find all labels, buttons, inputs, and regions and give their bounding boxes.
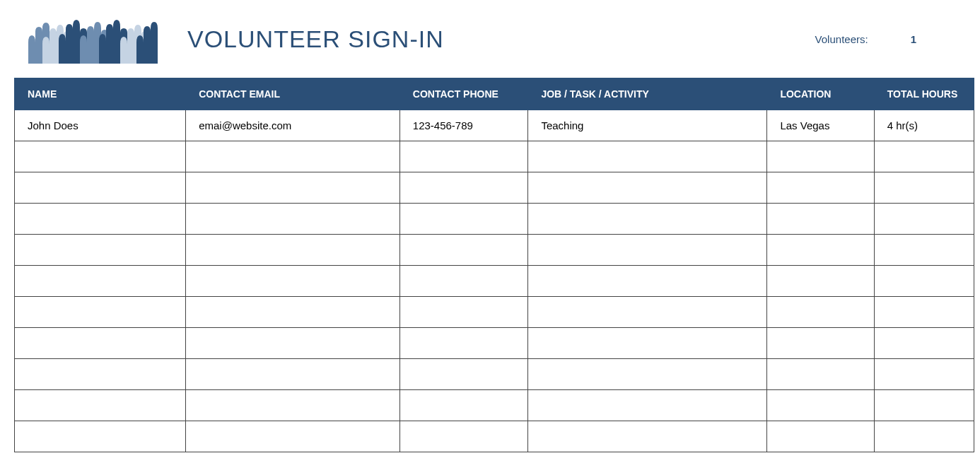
header-left: VOLUNTEER SIGN-IN — [25, 14, 444, 64]
cell-email[interactable] — [186, 359, 400, 390]
table-body: John Doesemai@website.com123-456-789Teac… — [15, 110, 974, 452]
cell-email[interactable] — [186, 141, 400, 172]
cell-phone[interactable] — [399, 266, 528, 297]
cell-location[interactable] — [767, 359, 874, 390]
cell-phone[interactable] — [399, 204, 528, 235]
cell-email[interactable] — [186, 204, 400, 235]
col-header-name: NAME — [15, 78, 186, 110]
table-row — [15, 390, 974, 421]
cell-name[interactable] — [15, 172, 186, 204]
cell-phone[interactable] — [399, 359, 528, 390]
cell-location[interactable] — [767, 235, 874, 266]
signin-table: NAME CONTACT EMAIL CONTACT PHONE JOB / T… — [14, 78, 974, 452]
cell-phone[interactable] — [399, 141, 528, 172]
cell-email[interactable]: emai@website.com — [186, 110, 400, 141]
cell-location[interactable] — [767, 266, 874, 297]
col-header-location: LOCATION — [767, 78, 874, 110]
table-row — [15, 297, 974, 328]
cell-name[interactable] — [15, 390, 186, 421]
cell-email[interactable] — [186, 328, 400, 359]
cell-name[interactable]: John Does — [15, 110, 186, 141]
cell-phone[interactable] — [399, 235, 528, 266]
cell-location[interactable] — [767, 421, 874, 452]
cell-phone[interactable] — [399, 297, 528, 328]
cell-name[interactable] — [15, 328, 186, 359]
cell-location[interactable] — [767, 141, 874, 172]
table-row — [15, 421, 974, 452]
table-row — [15, 328, 974, 359]
summary-value: 1 — [911, 33, 916, 45]
cell-email[interactable] — [186, 297, 400, 328]
col-header-hours: TOTAL HOURS — [874, 78, 974, 110]
table-row — [15, 266, 974, 297]
col-header-email: CONTACT EMAIL — [186, 78, 400, 110]
cell-hours[interactable] — [874, 235, 974, 266]
cell-hours[interactable] — [874, 421, 974, 452]
cell-name[interactable] — [15, 204, 186, 235]
cell-name[interactable] — [15, 141, 186, 172]
cell-email[interactable] — [186, 390, 400, 421]
table-row — [15, 235, 974, 266]
summary-label: Volunteers: — [815, 33, 868, 45]
cell-hours[interactable] — [874, 390, 974, 421]
col-header-phone: CONTACT PHONE — [399, 78, 528, 110]
cell-hours[interactable] — [874, 204, 974, 235]
header: VOLUNTEER SIGN-IN Volunteers: 1 — [14, 14, 966, 64]
cell-job[interactable] — [528, 141, 767, 172]
cell-job[interactable] — [528, 328, 767, 359]
cell-job[interactable] — [528, 359, 767, 390]
cell-name[interactable] — [15, 421, 186, 452]
cell-job[interactable] — [528, 390, 767, 421]
cell-job[interactable] — [528, 421, 767, 452]
cell-email[interactable] — [186, 235, 400, 266]
cell-job[interactable] — [528, 204, 767, 235]
cell-location[interactable] — [767, 328, 874, 359]
cell-phone[interactable] — [399, 172, 528, 204]
cell-location[interactable] — [767, 390, 874, 421]
col-header-job: JOB / TASK / ACTIVITY — [528, 78, 767, 110]
page-title: VOLUNTEER SIGN-IN — [187, 25, 444, 53]
volunteer-summary: Volunteers: 1 — [815, 33, 966, 45]
cell-hours[interactable] — [874, 328, 974, 359]
cell-phone[interactable] — [399, 421, 528, 452]
cell-hours[interactable]: 4 hr(s) — [874, 110, 974, 141]
table-row — [15, 172, 974, 204]
cell-name[interactable] — [15, 266, 186, 297]
cell-name[interactable] — [15, 297, 186, 328]
table-row — [15, 359, 974, 390]
cell-phone[interactable]: 123-456-789 — [399, 110, 528, 141]
cell-location[interactable]: Las Vegas — [767, 110, 874, 141]
cell-email[interactable] — [186, 266, 400, 297]
table-header-row: NAME CONTACT EMAIL CONTACT PHONE JOB / T… — [15, 78, 974, 110]
cell-phone[interactable] — [399, 328, 528, 359]
cell-hours[interactable] — [874, 359, 974, 390]
cell-job[interactable] — [528, 297, 767, 328]
table-row — [15, 204, 974, 235]
cell-hours[interactable] — [874, 297, 974, 328]
cell-hours[interactable] — [874, 172, 974, 204]
cell-location[interactable] — [767, 172, 874, 204]
cell-job[interactable] — [528, 172, 767, 204]
cell-job[interactable]: Teaching — [528, 110, 767, 141]
cell-name[interactable] — [15, 359, 186, 390]
table-row — [15, 141, 974, 172]
cell-phone[interactable] — [399, 390, 528, 421]
cell-location[interactable] — [767, 204, 874, 235]
table-row: John Doesemai@website.com123-456-789Teac… — [15, 110, 974, 141]
cell-location[interactable] — [767, 297, 874, 328]
cell-hours[interactable] — [874, 266, 974, 297]
cell-name[interactable] — [15, 235, 186, 266]
cell-job[interactable] — [528, 266, 767, 297]
cell-hours[interactable] — [874, 141, 974, 172]
cell-job[interactable] — [528, 235, 767, 266]
cell-email[interactable] — [186, 421, 400, 452]
hands-logo-icon — [25, 14, 159, 64]
cell-email[interactable] — [186, 172, 400, 204]
